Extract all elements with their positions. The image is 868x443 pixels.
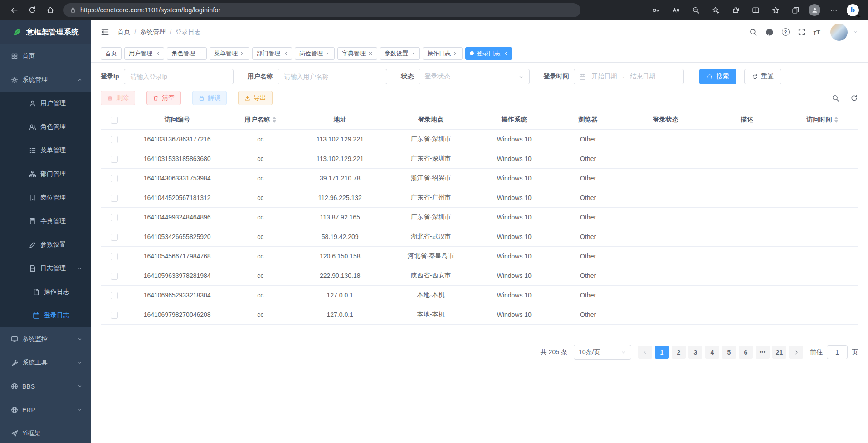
chevron-down-icon[interactable] [853,29,858,34]
sidebar-item-user-management[interactable]: 用户管理 [0,92,91,115]
reset-button[interactable]: 重置 [744,69,781,84]
profile-icon[interactable] [809,4,820,16]
close-icon[interactable] [155,51,160,56]
sidebar-item-post-management[interactable]: 岗位管理 [0,186,91,209]
sidebar-item-dict-management[interactable]: 字典管理 [0,209,91,233]
close-icon[interactable] [283,51,288,56]
user-avatar[interactable] [830,24,848,41]
tab-user-management[interactable]: 用户管理 [124,47,164,60]
read-aloud-icon[interactable] [669,3,683,17]
key-icon[interactable] [649,3,663,17]
close-icon[interactable] [454,51,458,56]
col-username[interactable]: 用户名称 [226,110,294,130]
sort-icon[interactable] [273,117,276,123]
sidebar-item-log-management[interactable]: 日志管理 [0,257,91,280]
home-icon[interactable] [43,2,58,18]
row-checkbox[interactable] [111,234,118,241]
export-button[interactable]: 导出 [238,91,273,105]
sidebar-toggle-icon[interactable] [101,28,109,36]
sidebar-item-yi-framework[interactable]: Yi框架 [0,422,91,443]
sidebar-item-bbs[interactable]: BBS [0,375,91,398]
username-input[interactable] [278,69,387,84]
close-icon[interactable] [198,51,202,56]
date-range-picker[interactable]: 开始日期 - 结束日期 [574,69,684,84]
app-logo[interactable]: 意框架管理系统 [0,20,91,44]
select-all-checkbox[interactable] [111,117,118,124]
col-visit-time[interactable]: 访问时间 [787,110,858,130]
row-checkbox[interactable] [111,156,118,163]
font-size-icon[interactable]: TT [814,28,820,36]
extensions-icon[interactable] [729,3,742,17]
collections-icon[interactable] [789,3,802,17]
sidebar-item-erp[interactable]: ERP [0,398,91,422]
back-icon[interactable] [6,2,22,18]
hide-search-icon[interactable] [832,94,839,102]
page-button-4[interactable]: 4 [705,346,719,359]
sidebar-item-system-monitor[interactable]: 系统监控 [0,327,91,351]
sidebar-item-operation-log[interactable]: 操作日志 [0,280,91,304]
sort-icon[interactable] [834,117,838,123]
row-checkbox[interactable] [111,312,118,319]
row-checkbox[interactable] [111,195,118,202]
page-button-5[interactable]: 5 [722,346,736,359]
clear-button[interactable]: 清空 [146,91,181,105]
fullscreen-icon[interactable] [798,28,805,36]
sidebar-item-home[interactable]: 首页 [0,44,91,68]
unlock-button[interactable]: 解锁 [192,91,227,105]
sidebar-item-system-management[interactable]: 系统管理 [0,68,91,92]
close-icon[interactable] [411,51,415,56]
row-checkbox[interactable] [111,292,118,299]
tab-home[interactable]: 首页 [101,47,122,60]
row-checkbox[interactable] [111,136,118,143]
tab-post-management[interactable]: 岗位管理 [295,47,335,60]
github-icon[interactable] [766,28,774,36]
sidebar-item-menu-management[interactable]: 菜单管理 [0,139,91,162]
breadcrumb-system-management[interactable]: 系统管理 [140,28,166,36]
more-pages-button[interactable]: ••• [756,346,770,359]
refresh-icon[interactable] [850,94,858,102]
refresh-icon[interactable] [24,2,40,18]
row-checkbox[interactable] [111,214,118,221]
page-button-21[interactable]: 21 [772,346,786,359]
sidebar-item-login-log[interactable]: 登录日志 [0,304,91,327]
sidebar-item-role-management[interactable]: 角色管理 [0,115,91,139]
close-icon[interactable] [368,51,373,56]
delete-button[interactable]: 删除 [101,91,135,105]
tab-role-management[interactable]: 角色管理 [167,47,207,60]
address-bar[interactable]: https://ccnetcore.com:1101/system/log/lo… [63,3,580,17]
tab-dept-management[interactable]: 部门管理 [252,47,292,60]
page-button-2[interactable]: 2 [672,346,686,359]
sidebar-item-system-tools[interactable]: 系统工具 [0,351,91,375]
login-ip-input[interactable] [124,69,234,84]
search-icon[interactable] [749,28,757,36]
close-icon[interactable] [503,51,507,56]
page-button-1[interactable]: 1 [655,346,669,359]
page-size-select[interactable]: 10条/页 [574,345,631,360]
row-checkbox[interactable] [111,253,118,260]
tab-operation-log[interactable]: 操作日志 [423,47,463,60]
status-select[interactable]: 登录状态 [419,69,530,84]
help-icon[interactable]: ? [782,28,790,36]
close-icon[interactable] [326,51,330,56]
tab-param-settings[interactable]: 参数设置 [380,47,420,60]
add-favorite-icon[interactable] [709,3,722,17]
tab-menu-management[interactable]: 菜单管理 [210,47,249,60]
page-button-3[interactable]: 3 [688,346,702,359]
prev-page-button[interactable] [638,346,652,359]
row-checkbox[interactable] [111,273,118,280]
sidebar-item-param-settings[interactable]: 参数设置 [0,233,91,257]
more-icon[interactable] [827,3,840,17]
search-button[interactable]: 搜索 [699,69,736,84]
copilot-icon[interactable]: b [847,4,859,16]
goto-page-input[interactable] [827,345,848,359]
page-button-6[interactable]: 6 [739,346,753,359]
breadcrumb-home[interactable]: 首页 [117,28,130,36]
favorites-icon[interactable] [769,3,782,17]
zoom-out-icon[interactable] [689,3,702,17]
close-icon[interactable] [240,51,245,56]
tab-login-log[interactable]: 登录日志 [465,47,512,60]
next-page-button[interactable] [789,346,803,359]
tab-dict-management[interactable]: 字典管理 [337,47,377,60]
row-checkbox[interactable] [111,175,118,182]
sidebar-item-dept-management[interactable]: 部门管理 [0,162,91,186]
